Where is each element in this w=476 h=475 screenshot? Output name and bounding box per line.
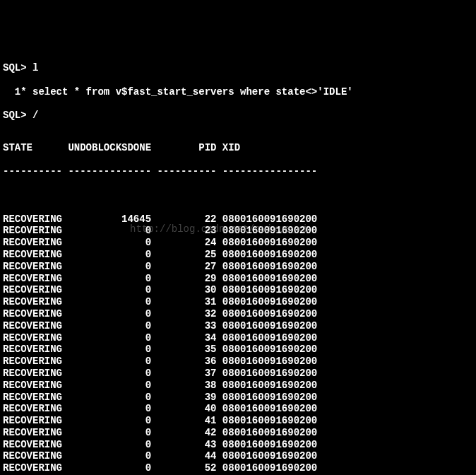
table-row: RECOVERING 0 32 0800160091690200 [3,308,473,320]
table-row: RECOVERING 0 23 0800160091690200 [3,225,473,237]
table-row: RECOVERING 0 38 0800160091690200 [3,380,473,392]
terminal-output[interactable]: SQL> l 1* select * from v$fast_start_ser… [3,50,473,475]
blank-line [3,189,473,201]
table-row: RECOVERING 0 33 0800160091690200 [3,320,473,332]
query-text-line: 1* select * from v$fast_start_servers wh… [3,86,473,98]
table-row: RECOVERING 0 40 0800160091690200 [3,403,473,415]
table-row: RECOVERING 0 25 0800160091690200 [3,249,473,261]
column-header-row: STATE UNDOBLOCKSDONE PID XID [3,142,473,154]
result-rows: RECOVERING 14645 22 0800160091690200RECO… [3,213,473,475]
table-row: RECOVERING 0 34 0800160091690200 [3,332,473,344]
table-row: RECOVERING 0 30 0800160091690200 [3,284,473,296]
table-row: RECOVERING 0 42 0800160091690200 [3,427,473,439]
table-row: RECOVERING 0 24 0800160091690200 [3,237,473,249]
table-row: RECOVERING 0 29 0800160091690200 [3,273,473,285]
table-row: RECOVERING 0 37 0800160091690200 [3,368,473,380]
table-row: RECOVERING 0 36 0800160091690200 [3,356,473,368]
table-row: RECOVERING 0 52 0800160091690200 [3,462,473,474]
table-row: RECOVERING 0 35 0800160091690200 [3,344,473,356]
table-row: RECOVERING 0 41 0800160091690200 [3,415,473,427]
table-row: RECOVERING 0 39 0800160091690200 [3,392,473,404]
table-row: RECOVERING 14645 22 0800160091690200 [3,213,473,225]
header-divider: ---------- -------------- ---------- ---… [3,165,473,177]
table-row: RECOVERING 0 44 0800160091690200 [3,450,473,462]
sql-prompt-line: SQL> l [3,62,473,74]
table-row: RECOVERING 0 27 0800160091690200 [3,261,473,273]
table-row: RECOVERING 0 43 0800160091690200 [3,439,473,451]
sql-execute-line: SQL> / [3,110,473,122]
table-row: RECOVERING 0 31 0800160091690200 [3,296,473,308]
